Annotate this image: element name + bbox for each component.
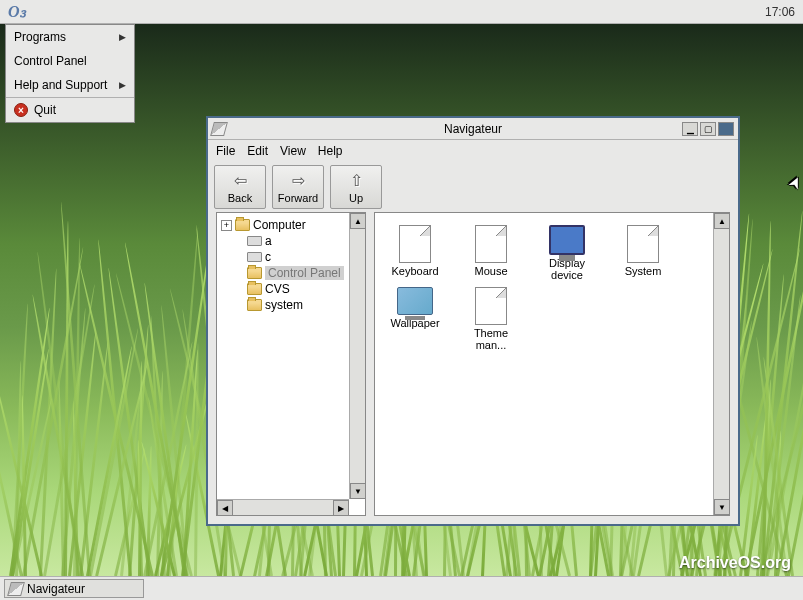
drive-icon: [247, 236, 262, 246]
item-label: Mouse: [474, 265, 507, 277]
navigator-window: Navigateur ▁ ▢ File Edit View Help ⇦ Bac…: [206, 116, 740, 526]
os-logo[interactable]: O₃: [8, 2, 26, 21]
taskbar: Navigateur: [0, 576, 803, 600]
tree-item-system[interactable]: system: [221, 297, 361, 313]
folder-icon: [247, 283, 262, 295]
tree-label: CVS: [265, 282, 290, 296]
folder-icon: [247, 299, 262, 311]
forward-label: Forward: [278, 192, 318, 204]
menu-item-quit[interactable]: ×Quit: [6, 98, 134, 122]
item-label: Theme man...: [459, 327, 523, 351]
expand-icon[interactable]: +: [221, 220, 232, 231]
tree-item-control-panel[interactable]: Control Panel: [221, 265, 361, 281]
forward-button[interactable]: ⇨ Forward: [272, 165, 324, 209]
tree-label: Control Panel: [265, 266, 344, 280]
document-icon: [475, 287, 507, 325]
tree-item-a[interactable]: a: [221, 233, 361, 249]
up-button[interactable]: ⇧ Up: [330, 165, 382, 209]
tree-horizontal-scrollbar[interactable]: ◀ ▶: [217, 499, 349, 515]
item-mouse[interactable]: Mouse: [459, 225, 523, 281]
document-icon: [399, 225, 431, 263]
taskbar-task-navigateur[interactable]: Navigateur: [4, 579, 144, 598]
item-theme-man-[interactable]: Theme man...: [459, 287, 523, 351]
chevron-right-icon: ▶: [119, 80, 126, 90]
titlebar-app-icon: [210, 122, 228, 136]
chevron-right-icon: ▶: [119, 32, 126, 42]
back-label: Back: [228, 192, 252, 204]
document-icon: [627, 225, 659, 263]
tree-root-computer[interactable]: +Computer: [221, 217, 361, 233]
watermark: ArchiveOS.org: [679, 554, 791, 572]
menu-item-label: Help and Support: [14, 78, 107, 92]
maximize-button[interactable]: ▢: [700, 122, 716, 136]
quit-label: Quit: [34, 103, 56, 117]
menu-help[interactable]: Help: [318, 144, 343, 158]
scroll-up-button[interactable]: ▲: [350, 213, 366, 229]
titlebar[interactable]: Navigateur ▁ ▢: [208, 118, 738, 140]
task-label: Navigateur: [27, 582, 85, 596]
content-area: +ComputeracControl PanelCVSsystem ▲ ▼ ◀ …: [208, 212, 738, 524]
up-label: Up: [349, 192, 363, 204]
tree-item-c[interactable]: c: [221, 249, 361, 265]
start-menu: Programs▶Control PanelHelp and Support▶×…: [5, 24, 135, 123]
top-menubar: O₃ 17:06: [0, 0, 803, 24]
tree-label: Computer: [253, 218, 306, 232]
menu-item-programs[interactable]: Programs▶: [6, 25, 134, 49]
tree-vertical-scrollbar[interactable]: ▲ ▼: [349, 213, 365, 499]
toolbar: ⇦ Back ⇨ Forward ⇧ Up: [208, 162, 738, 212]
icon-vertical-scrollbar[interactable]: ▲ ▼: [713, 213, 729, 515]
menu-item-control-panel[interactable]: Control Panel: [6, 49, 134, 73]
item-label: Keyboard: [391, 265, 438, 277]
quit-icon: ×: [14, 103, 28, 117]
scroll-up-button[interactable]: ▲: [714, 213, 730, 229]
menu-item-label: Control Panel: [14, 54, 87, 68]
tree-panel: +ComputeracControl PanelCVSsystem ▲ ▼ ◀ …: [216, 212, 366, 516]
item-keyboard[interactable]: Keyboard: [383, 225, 447, 281]
close-button[interactable]: [718, 122, 734, 136]
minimize-button[interactable]: ▁: [682, 122, 698, 136]
tree-label: c: [265, 250, 271, 264]
tree-label: a: [265, 234, 272, 248]
arrow-left-icon: ⇦: [234, 171, 247, 190]
arrow-right-icon: ⇨: [292, 171, 305, 190]
icon-panel: KeyboardMouseDisplay deviceSystemWallpap…: [374, 212, 730, 516]
item-display-device[interactable]: Display device: [535, 225, 599, 281]
menu-edit[interactable]: Edit: [247, 144, 268, 158]
item-wallpaper[interactable]: Wallpaper: [383, 287, 447, 351]
window-title: Navigateur: [444, 122, 502, 136]
scroll-right-button[interactable]: ▶: [333, 500, 349, 516]
scroll-down-button[interactable]: ▼: [714, 499, 730, 515]
window-menubar: File Edit View Help: [208, 140, 738, 162]
folder-icon: [247, 267, 262, 279]
drive-icon: [247, 252, 262, 262]
menu-item-label: Programs: [14, 30, 66, 44]
item-label: System: [625, 265, 662, 277]
scroll-left-button[interactable]: ◀: [217, 500, 233, 516]
item-system[interactable]: System: [611, 225, 675, 281]
tree-item-cvs[interactable]: CVS: [221, 281, 361, 297]
arrow-up-icon: ⇧: [350, 171, 363, 190]
back-button[interactable]: ⇦ Back: [214, 165, 266, 209]
monitor-icon: [549, 225, 585, 255]
menu-file[interactable]: File: [216, 144, 235, 158]
menu-view[interactable]: View: [280, 144, 306, 158]
document-icon: [475, 225, 507, 263]
scroll-down-button[interactable]: ▼: [350, 483, 366, 499]
screen-icon: [397, 287, 433, 315]
folder-icon: [235, 219, 250, 231]
menu-item-help-and-support[interactable]: Help and Support▶: [6, 73, 134, 97]
tree-label: system: [265, 298, 303, 312]
clock: 17:06: [765, 5, 795, 19]
task-app-icon: [7, 582, 25, 596]
